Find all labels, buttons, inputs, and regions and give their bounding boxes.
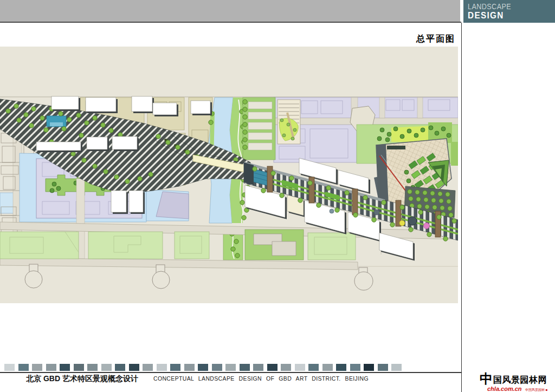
- color-swatch: [364, 364, 374, 371]
- color-swatch: [157, 364, 167, 371]
- turnaround-circle: [354, 272, 373, 290]
- color-swatch: [74, 364, 84, 371]
- color-swatch: [129, 364, 139, 371]
- color-swatch: [281, 364, 291, 371]
- color-swatch: [170, 364, 180, 371]
- color-swatch: [240, 364, 250, 371]
- color-swatch: [115, 364, 125, 371]
- sheet-title-zh: 总平面图: [416, 34, 455, 45]
- color-swatch: [143, 364, 153, 371]
- master-plan-drawing: [0, 47, 458, 303]
- brand-line1: LANDSCAPE: [468, 2, 541, 11]
- color-swatch: [198, 364, 208, 371]
- color-swatch: [308, 364, 319, 371]
- watermark-url[interactable]: chla.com.cn: [487, 386, 522, 392]
- brand-block: LANDSCAPE DESIGN: [463, 0, 555, 23]
- color-swatch: [350, 364, 360, 371]
- color-swatch: [4, 364, 15, 371]
- color-swatch: [212, 364, 222, 371]
- project-title-en: CONCEPTUAL LANDSCAPE DESIGN OF GBD ART D…: [153, 375, 369, 382]
- presentation-board: LANDSCAPE DESIGN 总平面图 Master plan: [0, 0, 555, 392]
- turnaround-circle: [152, 271, 170, 289]
- color-swatch: [391, 364, 402, 371]
- footer-rule: [0, 372, 461, 373]
- swatch-row: [4, 364, 402, 371]
- color-swatch: [322, 364, 333, 371]
- color-swatch: [60, 364, 70, 371]
- watermark-site-name: 国风景园林网: [493, 373, 547, 386]
- brand-line2: DESIGN: [468, 11, 546, 21]
- watermark-tiny-note: 中国风景园林 ■: [525, 388, 547, 391]
- color-swatch: [18, 364, 29, 371]
- color-swatch: [267, 364, 278, 371]
- south-green-fields: [0, 230, 356, 260]
- color-swatch: [184, 364, 195, 371]
- color-swatch: [32, 364, 42, 371]
- project-title-zh: 北京 GBD 艺术特区景观概念设计: [26, 374, 138, 384]
- color-swatch: [46, 364, 56, 371]
- header-rule: [0, 22, 461, 23]
- color-swatch: [101, 364, 112, 371]
- watermark-logo: 中 国风景园林网 chla.com.cn 中国风景园林 ■: [480, 373, 552, 392]
- color-swatch: [336, 364, 346, 371]
- header-gray-band: [0, 0, 460, 22]
- turnaround-circle: [25, 271, 42, 288]
- color-swatch: [87, 364, 98, 371]
- color-swatch: [225, 364, 236, 371]
- master-plan-panel: [0, 47, 458, 303]
- color-swatch: [378, 364, 388, 371]
- color-swatch: [295, 364, 305, 371]
- vertical-rule: [461, 23, 462, 392]
- color-swatch: [253, 364, 263, 371]
- watermark-zhong-icon: 中: [480, 373, 493, 385]
